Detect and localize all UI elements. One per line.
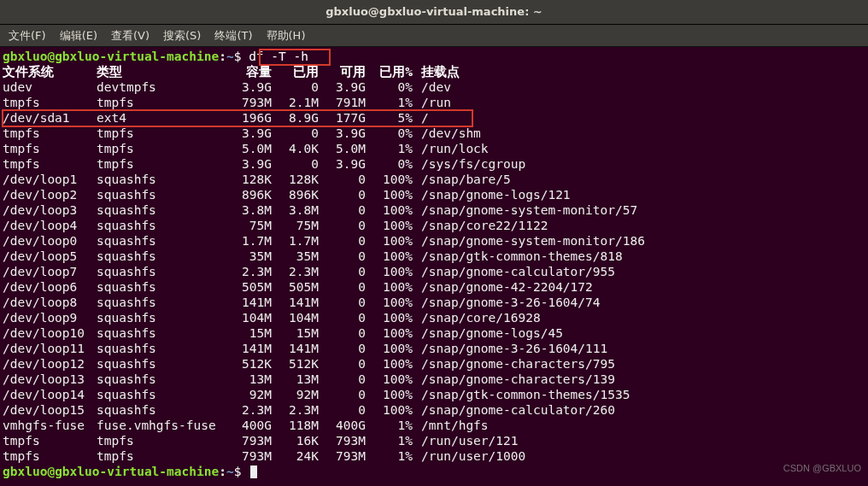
entered-command: df -T -h: [249, 50, 308, 63]
table-row: /dev/loop9squashfs104M104M0100%/snap/cor…: [3, 310, 868, 325]
menubar[interactable]: 文件(F) 编辑(E) 查看(V) 搜索(S) 终端(T) 帮助(H): [0, 25, 868, 47]
table-row: tmpfstmpfs3.9G03.9G0%/sys/fs/cgroup: [3, 156, 868, 172]
menu-help[interactable]: 帮助(H): [263, 26, 309, 45]
cursor: [250, 466, 257, 478]
table-row: /dev/loop2squashfs896K896K0100%/snap/gno…: [3, 187, 868, 202]
table-row: tmpfstmpfs793M16K793M1%/run/user/121: [3, 433, 868, 448]
prompt-path: ~: [226, 50, 234, 63]
table-row: /dev/sda1ext4196G8.9G177G5%/: [3, 110, 868, 126]
df-rows: udevdevtmpfs3.9G03.9G0%/devtmpfstmpfs793…: [3, 79, 868, 464]
table-row: /dev/loop6squashfs505M505M0100%/snap/gno…: [3, 279, 868, 295]
menu-view[interactable]: 查看(V): [108, 26, 153, 45]
table-row: tmpfstmpfs3.9G03.9G0%/dev/shm: [3, 126, 868, 141]
window-titlebar: gbxluo@gbxluo-virtual-machine: ~: [0, 0, 868, 25]
table-row: /dev/loop14squashfs92M92M0100%/snap/gtk-…: [3, 387, 868, 402]
prompt-symbol: $: [234, 50, 242, 63]
table-row: /dev/loop4squashfs75M75M0100%/snap/core2…: [3, 218, 868, 233]
prompt-line-2[interactable]: gbxluo@gbxluo-virtual-machine:~$: [3, 464, 868, 479]
prompt-user: gbxluo: [3, 50, 47, 63]
menu-edit[interactable]: 编辑(E): [56, 26, 101, 45]
menu-file[interactable]: 文件(F): [5, 26, 50, 45]
table-row: vmhgfs-fusefuse.vmhgfs-fuse400G118M400G1…: [3, 418, 868, 433]
table-row: /dev/loop7squashfs2.3M2.3M0100%/snap/gno…: [3, 264, 868, 279]
prompt-line-1: gbxluo@gbxluo-virtual-machine:~$ df -T -…: [3, 49, 868, 64]
table-row: udevdevtmpfs3.9G03.9G0%/dev: [3, 79, 868, 95]
table-row: tmpfstmpfs793M2.1M791M1%/run: [3, 95, 868, 110]
table-row: /dev/loop1squashfs128K128K0100%/snap/bar…: [3, 172, 868, 187]
table-row: /dev/loop3squashfs3.8M3.8M0100%/snap/gno…: [3, 202, 868, 218]
prompt-host: gbxluo-virtual-machine: [55, 50, 219, 63]
table-row: /dev/loop12squashfs512K512K0100%/snap/gn…: [3, 356, 868, 372]
table-row: /dev/loop11squashfs141M141M0100%/snap/gn…: [3, 341, 868, 356]
table-row: /dev/loop8squashfs141M141M0100%/snap/gno…: [3, 295, 868, 310]
table-row: tmpfstmpfs5.0M4.0K5.0M1%/run/lock: [3, 141, 868, 156]
menu-search[interactable]: 搜索(S): [160, 26, 204, 45]
watermark: CSDN @GBXLUO: [783, 460, 861, 476]
table-row: /dev/loop15squashfs2.3M2.3M0100%/snap/gn…: [3, 402, 868, 418]
terminal-viewport[interactable]: gbxluo@gbxluo-virtual-machine:~$ df -T -…: [0, 47, 868, 479]
window-title: gbxluo@gbxluo-virtual-machine: ~: [326, 4, 542, 20]
table-row: tmpfstmpfs793M24K793M1%/run/user/1000: [3, 448, 868, 464]
table-row: /dev/loop5squashfs35M35M0100%/snap/gtk-c…: [3, 249, 868, 264]
df-header: 文件系统类型容量已用可用已用%挂载点: [3, 64, 868, 79]
table-row: /dev/loop10squashfs15M15M0100%/snap/gnom…: [3, 325, 868, 341]
menu-terminal[interactable]: 终端(T): [211, 26, 255, 45]
table-row: /dev/loop0squashfs1.7M1.7M0100%/snap/gno…: [3, 233, 868, 249]
table-row: /dev/loop13squashfs13M13M0100%/snap/gnom…: [3, 372, 868, 387]
